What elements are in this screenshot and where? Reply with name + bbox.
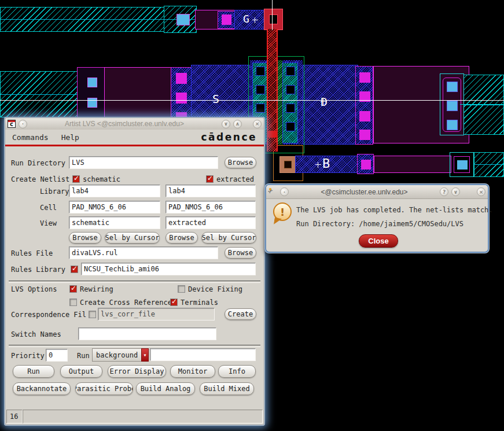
dialog-message-line2: Run Directory: /home/jaimem5/CMOSedu/LVS [296, 220, 463, 228]
lvs-titlebar[interactable]: c · Artist LVS <@csimcluster.ee.unlv.edu… [5, 118, 264, 130]
layout-contact [457, 160, 468, 170]
layout-region-bulk-metal1 [374, 156, 451, 173]
build-analog-button[interactable]: Build Analog [136, 382, 195, 395]
backannotate-button[interactable]: Backannotate [13, 382, 71, 395]
layout-contact [447, 82, 458, 92]
layout-region-source-metal1 [104, 67, 171, 119]
cell-label: Cell [40, 204, 57, 212]
status-cell-message [23, 410, 263, 423]
layout-contact [359, 130, 370, 140]
dialog-help-icon[interactable]: ? [440, 187, 448, 196]
layout-contact [447, 101, 458, 111]
layout-contact-col-drain [355, 66, 373, 145]
priority-label: Priority [11, 352, 45, 360]
dialog-close-button[interactable]: Close [359, 234, 398, 248]
menu-help[interactable]: Help [61, 133, 79, 142]
layout-poly-highlight [267, 131, 278, 138]
terminals-checkbox[interactable]: ✓ [170, 299, 178, 306]
layout-contact-col-source [171, 67, 192, 119]
layout-region-drain-active: D [303, 65, 358, 145]
pin-label-source: S [212, 93, 219, 105]
dialog-titlebar[interactable]: ✂ · <@csimcluster.ee.unlv.edu> ? ∨ × [266, 185, 488, 199]
library-extracted-input[interactable] [165, 185, 256, 197]
device-fixing-checkbox[interactable]: ✓ [178, 285, 185, 293]
rules-file-label: Rules File [11, 249, 53, 257]
device-fixing-label: Device Fixing [188, 285, 242, 293]
screen: G S [0, 0, 504, 431]
crosshair-vline [272, 0, 273, 30]
cell-schematic-input[interactable] [69, 201, 160, 213]
layout-contact [87, 78, 97, 87]
create-button[interactable]: Create [225, 308, 256, 320]
window-menu-icon[interactable]: · [19, 120, 27, 128]
pin-label-bulk: B [322, 157, 330, 170]
layout-contact [447, 120, 458, 130]
rules-file-input[interactable] [69, 246, 218, 259]
cadence-window-icon: c [8, 120, 16, 128]
library-label: Library [40, 187, 69, 196]
schematic-checkbox[interactable]: ✓ [72, 175, 80, 183]
output-button[interactable]: Output [60, 365, 102, 378]
extracted-sel-by-cursor-button[interactable]: Sel by Cursor [201, 232, 256, 244]
view-schematic-input[interactable] [69, 216, 160, 229]
correspondence-file-checkbox[interactable]: ✓ [89, 311, 96, 318]
run-mode-dropdown[interactable]: background ▾ [92, 348, 149, 362]
error-display-button[interactable]: Error Display [108, 365, 166, 378]
view-extracted-input[interactable] [165, 216, 256, 229]
run-button[interactable]: Run [13, 365, 54, 378]
info-button[interactable]: Info [218, 365, 256, 378]
build-mixed-button[interactable]: Build Mixed [200, 382, 254, 395]
artist-lvs-window: c · Artist LVS <@csimcluster.ee.unlv.edu… [5, 117, 264, 425]
layout-region-drain-metal [461, 75, 504, 135]
switch-names-input[interactable] [78, 327, 216, 340]
layout-contact [176, 73, 187, 84]
layout-contact [176, 93, 187, 104]
chevron-down-icon[interactable]: ▾ [141, 348, 149, 362]
check-icon: ✓ [207, 174, 213, 182]
rules-file-browse-button[interactable]: Browse [225, 247, 256, 259]
schematic-sel-by-cursor-button[interactable]: Sel by Cursor [105, 232, 160, 244]
layout-contact [361, 160, 371, 170]
rules-library-label: Rules Library [11, 266, 65, 274]
create-cross-reference-checkbox[interactable]: ✓ [69, 299, 77, 306]
run-mode-value: background [92, 348, 141, 362]
schematic-browse-button[interactable]: Browse [69, 232, 101, 244]
pin-marker-bulk [315, 162, 321, 168]
correspondence-file-label: Correspondence Fil [11, 311, 86, 319]
correspondence-file-input[interactable] [98, 308, 215, 321]
layout-cyan-line [460, 104, 504, 105]
parasitic-probe-button[interactable]: Parasitic Probe [75, 382, 133, 395]
separator [9, 281, 260, 283]
dialog-close-icon[interactable]: × [477, 187, 485, 196]
maximize-icon[interactable]: ∧ [233, 120, 242, 128]
run-args-input[interactable] [150, 348, 256, 361]
run-directory-input[interactable] [69, 156, 218, 169]
lvs-menubar: Commands Help cādence [5, 130, 264, 146]
warning-icon: ! [273, 202, 292, 221]
extracted-browse-button[interactable]: Browse [165, 232, 198, 244]
layout-contact [359, 72, 370, 83]
monitor-button[interactable]: Monitor [170, 365, 215, 378]
extracted-checkbox[interactable]: ✓ [206, 175, 214, 183]
layout-contact-gate-via [176, 14, 190, 25]
run-mode-label: Run [77, 352, 90, 360]
minimize-icon[interactable]: ∨ [222, 120, 230, 128]
rewiring-checkbox[interactable]: ✓ [69, 285, 77, 293]
layout-contact-bulk-via-box [357, 154, 374, 174]
layout-contact-bulk [284, 161, 292, 168]
lvs-options-label: LVS Options [11, 285, 57, 293]
dialog-minimize-icon[interactable]: ∨ [451, 187, 460, 196]
cell-extracted-input[interactable] [165, 201, 256, 213]
library-schematic-input[interactable] [69, 185, 160, 197]
close-icon[interactable]: × [253, 120, 262, 128]
run-directory-browse-button[interactable]: Browse [225, 157, 256, 168]
menu-commands[interactable]: Commands [12, 133, 49, 142]
crosshair-hline [0, 100, 504, 101]
rules-library-input[interactable] [81, 263, 256, 275]
dialog-title: <@csimcluster.ee.unlv.edu> [292, 188, 437, 196]
rules-library-checkbox[interactable]: ✓ [71, 266, 78, 273]
layout-region-metal-top [0, 7, 171, 32]
dialog-window-menu-icon[interactable]: · [280, 187, 289, 196]
lvs-window-title: Artist LVS <@csimcluster.ee.unlv.edu> [30, 120, 219, 128]
priority-input[interactable] [46, 349, 68, 362]
